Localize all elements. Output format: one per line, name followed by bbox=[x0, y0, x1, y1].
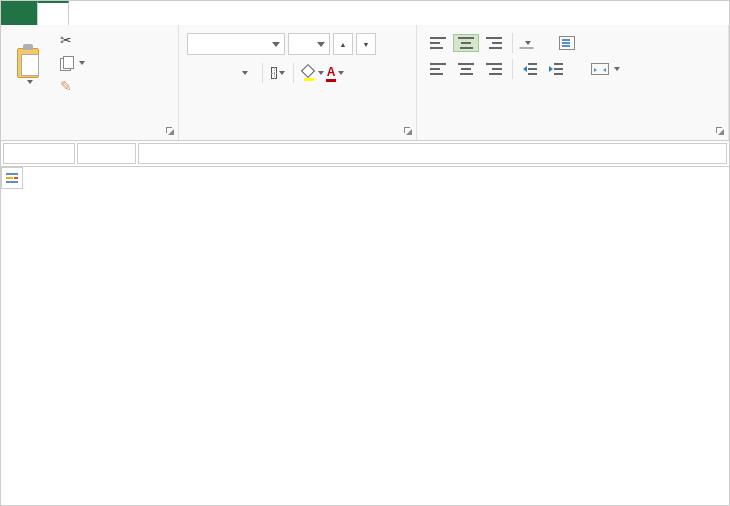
chevron-down-icon bbox=[27, 80, 33, 84]
merge-center-button[interactable] bbox=[586, 59, 625, 79]
copy-icon bbox=[60, 56, 74, 70]
paste-button[interactable] bbox=[9, 41, 49, 87]
scissors-icon: ✂ bbox=[60, 32, 72, 48]
decrease-font-button[interactable]: ▼ bbox=[356, 33, 376, 55]
font-name-select[interactable] bbox=[187, 33, 285, 55]
align-left-button[interactable] bbox=[425, 60, 451, 78]
fill-color-swatch bbox=[304, 78, 314, 81]
bold-button[interactable] bbox=[187, 61, 211, 85]
chevron-down-icon bbox=[338, 71, 344, 75]
cut-button[interactable]: ✂ bbox=[55, 29, 90, 51]
tab-review[interactable] bbox=[189, 1, 219, 25]
group-alignment bbox=[417, 25, 729, 140]
separator bbox=[293, 63, 294, 83]
chevron-down-icon bbox=[525, 41, 531, 45]
name-box[interactable] bbox=[3, 143, 75, 164]
increase-indent-button[interactable] bbox=[544, 60, 568, 78]
chevron-down-icon bbox=[614, 67, 620, 71]
align-top-button[interactable] bbox=[425, 34, 451, 52]
wrap-icon bbox=[559, 36, 575, 50]
fill-color-button[interactable] bbox=[297, 61, 321, 85]
borders-button[interactable] bbox=[266, 61, 290, 85]
border-icon bbox=[271, 67, 277, 79]
formula-bar-row bbox=[1, 141, 729, 167]
align-bottom-button[interactable] bbox=[481, 34, 507, 52]
clipboard-launcher[interactable] bbox=[165, 126, 175, 136]
quick-analysis-button[interactable] bbox=[1, 167, 23, 189]
font-launcher[interactable] bbox=[403, 126, 413, 136]
align-middle-icon bbox=[458, 37, 474, 49]
tab-formulas[interactable] bbox=[129, 1, 159, 25]
align-center-icon bbox=[458, 63, 474, 75]
alignment-launcher[interactable] bbox=[715, 126, 725, 136]
copy-button[interactable] bbox=[55, 53, 90, 73]
align-right-icon bbox=[486, 63, 502, 75]
brush-icon: ✎ bbox=[60, 78, 72, 94]
font-color-swatch bbox=[326, 79, 336, 82]
tab-insert[interactable] bbox=[69, 1, 99, 25]
formula-bar[interactable] bbox=[138, 143, 727, 164]
italic-button[interactable] bbox=[211, 61, 235, 85]
fill-icon bbox=[302, 66, 316, 78]
align-left-icon bbox=[430, 63, 446, 75]
align-bottom-icon bbox=[486, 37, 502, 49]
separator bbox=[262, 63, 263, 83]
tab-file[interactable] bbox=[1, 1, 37, 25]
align-middle-button[interactable] bbox=[453, 34, 479, 52]
align-center-button[interactable] bbox=[453, 60, 479, 78]
wrap-text-button[interactable] bbox=[554, 33, 583, 53]
align-top-icon bbox=[430, 37, 446, 49]
chevron-down-icon bbox=[79, 61, 85, 65]
ribbon: ✂ ✎ ▲ ▼ A bbox=[1, 25, 729, 141]
format-painter-button[interactable]: ✎ bbox=[55, 75, 90, 97]
tab-page-layout[interactable] bbox=[99, 1, 129, 25]
chevron-down-icon bbox=[279, 71, 285, 75]
font-color-button[interactable]: A bbox=[321, 61, 345, 85]
underline-button[interactable] bbox=[235, 61, 259, 85]
separator bbox=[512, 59, 513, 79]
font-color-icon: A bbox=[327, 65, 336, 79]
tab-home[interactable] bbox=[37, 1, 69, 25]
ribbon-tabs bbox=[1, 1, 729, 25]
paste-icon bbox=[14, 44, 44, 80]
decrease-indent-button[interactable] bbox=[518, 60, 542, 78]
increase-indent-icon bbox=[549, 63, 563, 75]
merge-icon bbox=[591, 63, 609, 75]
increase-font-button[interactable]: ▲ bbox=[333, 33, 353, 55]
font-size-select[interactable] bbox=[288, 33, 330, 55]
align-right-button[interactable] bbox=[481, 60, 507, 78]
tab-data[interactable] bbox=[159, 1, 189, 25]
fx-controls bbox=[77, 143, 136, 164]
chevron-down-icon bbox=[242, 71, 248, 75]
group-font: ▲ ▼ A bbox=[179, 25, 417, 140]
group-clipboard: ✂ ✎ bbox=[1, 25, 179, 140]
orientation-button[interactable] bbox=[518, 38, 536, 48]
decrease-indent-icon bbox=[523, 63, 537, 75]
separator bbox=[512, 33, 513, 53]
tab-view[interactable] bbox=[219, 1, 249, 25]
quick-analysis-icon bbox=[6, 173, 18, 183]
